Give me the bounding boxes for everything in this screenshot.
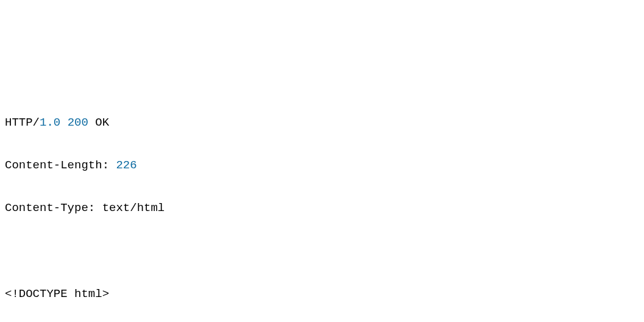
code-block: HTTP/1.0 200 OK Content-Length: 226 Cont… bbox=[5, 91, 639, 322]
http-status-text: OK bbox=[88, 116, 109, 129]
doctype-line: <!DOCTYPE html> bbox=[5, 284, 639, 305]
blank-line bbox=[5, 241, 639, 262]
http-status-code: 200 bbox=[68, 116, 88, 129]
http-header-content-length: Content-Length: 226 bbox=[5, 155, 639, 176]
header-label: Content-Length: bbox=[5, 159, 116, 172]
header-label: Content-Type: bbox=[5, 201, 102, 215]
header-value: 226 bbox=[116, 159, 136, 172]
http-version: 1.0 bbox=[40, 116, 60, 129]
header-value: text/html bbox=[102, 201, 165, 215]
http-protocol: HTTP/ bbox=[5, 116, 40, 129]
http-status-line: HTTP/1.0 200 OK bbox=[5, 112, 639, 134]
http-header-content-type: Content-Type: text/html bbox=[5, 198, 639, 219]
